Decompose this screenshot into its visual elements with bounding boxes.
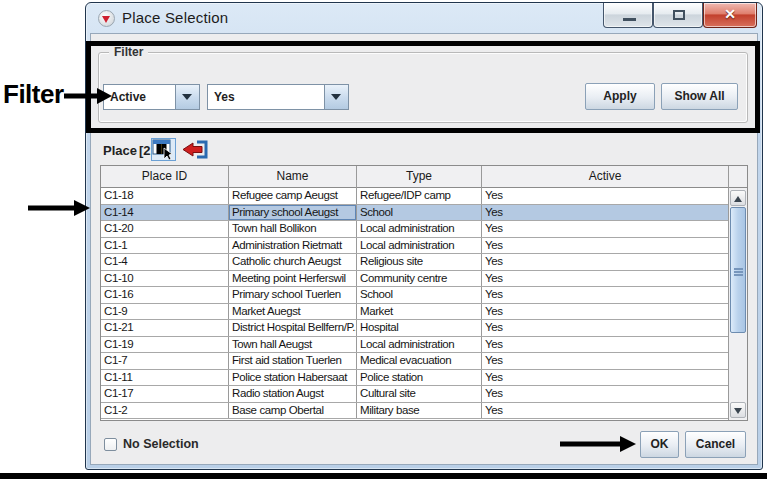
filter-attribute-value: Active [110, 85, 173, 109]
table-cell: Police station Habersaat [229, 370, 357, 386]
table-cell: Yes [482, 221, 728, 237]
table-cell: Local administration [357, 221, 482, 237]
table-row[interactable]: C1-10Meeting point HerferswilCommunity c… [101, 271, 728, 288]
header-name[interactable]: Name [229, 166, 357, 188]
table-cell: C1-14 [101, 205, 229, 221]
table-cell: C1-20 [101, 221, 229, 237]
table-cell: Administration Rietmatt [229, 238, 357, 254]
table-cell: C1-18 [101, 188, 229, 204]
table-header-row: Place ID Name Type Active [101, 166, 728, 188]
table-cell: Base camp Obertal [229, 403, 357, 419]
table-cell: Local administration [357, 337, 482, 353]
table-cell: Market Auegst [229, 304, 357, 320]
place-table: Place ID Name Type Active C1-18Refugee c… [100, 165, 748, 421]
red-down-arrow-icon [102, 16, 110, 23]
table-cell: Primary school Aeugst [229, 205, 357, 221]
apply-button[interactable]: Apply [585, 83, 655, 110]
table-row[interactable]: C1-14Primary school AeugstSchoolYes [101, 205, 728, 222]
table-cell: First aid station Tuerlen [229, 353, 357, 369]
vertical-scrollbar[interactable] [728, 166, 747, 420]
table-cell: Catholic church Aeugst [229, 254, 357, 270]
table-cell: Yes [482, 353, 728, 369]
arrow-left-icon-button[interactable] [181, 139, 209, 160]
window-title: Place Selection [122, 9, 228, 26]
maximize-button[interactable] [653, 3, 703, 28]
filter-groupbox-label: Filter [109, 45, 148, 59]
table-cell: C1-16 [101, 287, 229, 303]
table-row[interactable]: C1-7First aid station TuerlenMedical eva… [101, 353, 728, 370]
table-row[interactable]: C1-4Catholic church AeugstReligious site… [101, 254, 728, 271]
table-cell: Yes [482, 370, 728, 386]
show-all-button[interactable]: Show All [661, 83, 738, 110]
no-selection-checkbox[interactable] [104, 438, 117, 451]
table-cell: Yes [482, 337, 728, 353]
table-cell: C1-17 [101, 386, 229, 402]
table-cell: Cultural site [357, 386, 482, 402]
scrollbar-thumb[interactable] [730, 207, 746, 333]
table-cell: Yes [482, 287, 728, 303]
table-cell: C1-2 [101, 403, 229, 419]
maximize-icon [673, 10, 685, 20]
scroll-up-button[interactable] [730, 190, 746, 206]
ok-button[interactable]: OK [640, 431, 679, 458]
table-row[interactable]: C1-16Primary school TuerlenSchoolYes [101, 287, 728, 304]
table-row[interactable]: C1-9Market AuegstMarketYes [101, 304, 728, 321]
table-row[interactable]: C1-2Base camp ObertalMilitary baseYes [101, 403, 728, 420]
table-cell: Market [357, 304, 482, 320]
triangle-up-icon [734, 196, 742, 202]
close-icon: ✕ [704, 6, 756, 22]
close-button[interactable]: ✕ [703, 3, 757, 28]
no-selection-label[interactable]: No Selection [123, 437, 199, 451]
header-active[interactable]: Active [482, 166, 728, 188]
triangle-down-icon [734, 408, 742, 414]
table-cell: C1-4 [101, 254, 229, 270]
table-cell: Refugee camp Aeugst [229, 188, 357, 204]
ok-button-arrow [560, 435, 636, 453]
table-cell: C1-1 [101, 238, 229, 254]
table-cell: C1-11 [101, 370, 229, 386]
table-cell: Yes [482, 188, 728, 204]
table-cell: Yes [482, 238, 728, 254]
table-row[interactable]: C1-17Radio station AugstCultural siteYes [101, 386, 728, 403]
table-cell: Yes [482, 403, 728, 419]
filter-attribute-select[interactable]: Active [103, 84, 200, 110]
thumb-grip-icon [734, 268, 743, 270]
table-row[interactable]: C1-19Town hall AeugstLocal administratio… [101, 337, 728, 354]
cancel-button[interactable]: Cancel [685, 431, 746, 458]
header-place-id[interactable]: Place ID [101, 166, 229, 188]
table-cell: C1-9 [101, 304, 229, 320]
table-cell: Radio station Augst [229, 386, 357, 402]
scrollbar-header-spacer [729, 166, 747, 188]
table-row[interactable]: C1-18Refugee camp AeugstRefugee/IDP camp… [101, 188, 728, 205]
table-cell: Medical evacuation [357, 353, 482, 369]
filter-callout-label: Filter [3, 79, 64, 110]
table-cell: Hospital [357, 320, 482, 336]
table-cell: C1-10 [101, 271, 229, 287]
filter-value-dropdown-button[interactable] [324, 85, 348, 109]
table-cell: Yes [482, 320, 728, 336]
filter-value-select[interactable]: Yes [207, 84, 349, 110]
filter-attribute-dropdown-button[interactable] [175, 85, 199, 109]
table-cell: C1-21 [101, 320, 229, 336]
table-cell: Yes [482, 205, 728, 221]
table-cell: Military base [357, 403, 482, 419]
table-row[interactable]: C1-21District Hospital Bellfern/P...Hosp… [101, 320, 728, 337]
chevron-down-icon [331, 94, 341, 100]
app-icon[interactable] [98, 10, 115, 27]
table-cell: Local administration [357, 238, 482, 254]
column-selection-icon-button[interactable] [151, 138, 176, 161]
minimize-button[interactable] [603, 3, 653, 28]
scroll-down-button[interactable] [730, 402, 746, 418]
table-cell: Yes [482, 271, 728, 287]
table-cell: District Hospital Bellfern/P... [229, 320, 357, 336]
table-cell: Town hall Bollikon [229, 221, 357, 237]
header-type[interactable]: Type [357, 166, 482, 188]
table-columns-cursor-icon [152, 139, 175, 160]
table-row[interactable]: C1-20Town hall BollikonLocal administrat… [101, 221, 728, 238]
table-cell: Community centre [357, 271, 482, 287]
table-cell: Yes [482, 254, 728, 270]
table-row[interactable]: C1-11Police station HabersaatPolice stat… [101, 370, 728, 387]
table-cell: Town hall Aeugst [229, 337, 357, 353]
table-row[interactable]: C1-1Administration RietmattLocal adminis… [101, 238, 728, 255]
table-body: C1-18Refugee camp AeugstRefugee/IDP camp… [101, 188, 728, 420]
